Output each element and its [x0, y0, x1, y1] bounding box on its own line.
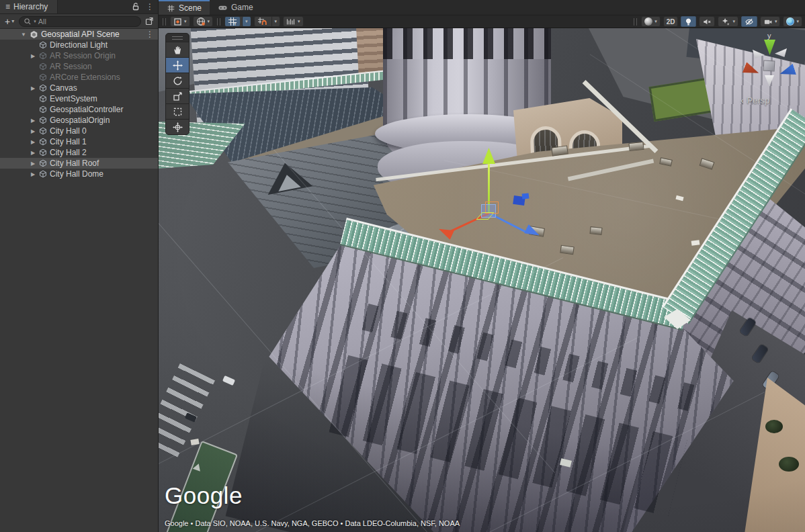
- transform-icon: [173, 122, 183, 132]
- foldout-icon[interactable]: ▶: [30, 118, 36, 124]
- foldout-icon[interactable]: ▶: [30, 150, 36, 156]
- create-object-button[interactable]: + ▾: [3, 16, 16, 27]
- search-window-icon[interactable]: [144, 17, 155, 26]
- gizmo-y-axis-cone[interactable]: [764, 40, 775, 55]
- tab-scene[interactable]: Scene: [159, 0, 210, 15]
- hierarchy-item-label: City Hall 0: [50, 126, 87, 136]
- hierarchy-panel: ≡ Hierarchy ⋮ + ▾ ▾ All ▼: [0, 0, 159, 532]
- effects-button[interactable]: ▾: [718, 16, 738, 27]
- handle-orientation-button[interactable]: ▾: [193, 16, 214, 27]
- search-placeholder: All: [38, 17, 46, 26]
- hierarchy-list: ▶Directional Light ▶AR Session Origin ▶A…: [0, 40, 158, 532]
- hierarchy-item-label: AR Session: [50, 62, 92, 71]
- gameobject-icon: [39, 148, 47, 157]
- search-input[interactable]: ▾ All: [19, 16, 141, 27]
- toolbar-drag-handle[interactable]: [634, 18, 637, 26]
- audio-toggle-button[interactable]: [699, 16, 715, 27]
- foldout-icon[interactable]: ▶: [30, 53, 36, 59]
- panel-menu-icon[interactable]: ⋮: [146, 3, 154, 11]
- camera-settings-button[interactable]: ▾: [760, 16, 781, 27]
- grid-visibility-icon: Y: [228, 17, 237, 26]
- gizmo-x-axis-cone[interactable]: [743, 62, 761, 78]
- scene-visibility-button[interactable]: [741, 16, 757, 27]
- scene-menu-icon[interactable]: ⋮: [146, 30, 154, 38]
- scene-header-row[interactable]: ▼ Geospatial API Scene ⋮: [0, 29, 158, 40]
- gameobject-icon: [39, 73, 47, 81]
- tool-settings-button[interactable]: ▾: [170, 16, 190, 27]
- foldout-icon[interactable]: ▶: [30, 161, 36, 167]
- shading-mode-button[interactable]: ▾: [641, 16, 661, 27]
- rect-tool-button[interactable]: [166, 103, 189, 119]
- view-hand-tool-button[interactable]: [166, 42, 189, 57]
- scale-tool-button[interactable]: [166, 88, 189, 103]
- gizmo-z-axis-cone[interactable]: [778, 64, 796, 79]
- hierarchy-item[interactable]: ▶GeospatialOrigin: [0, 115, 158, 126]
- hierarchy-tabbar: ≡ Hierarchy ⋮: [0, 0, 158, 14]
- hierarchy-item[interactable]: ▶City Hall 0: [0, 126, 158, 136]
- search-icon: [24, 17, 32, 26]
- gizmo-neg-axis-cone[interactable]: [775, 48, 787, 57]
- foldout-icon[interactable]: ▶: [30, 128, 36, 134]
- rotate-tool-button[interactable]: [166, 73, 189, 88]
- gizmo-neg-axis-cone[interactable]: [765, 75, 774, 87]
- hierarchy-item[interactable]: ▶City Hall Dome: [0, 169, 158, 179]
- transform-tool-button[interactable]: [166, 119, 189, 134]
- overlay-drag-handle[interactable]: [166, 34, 189, 42]
- hierarchy-item[interactable]: ▶ARCore Extensions: [0, 72, 158, 83]
- hierarchy-tab-label: Hierarchy: [13, 2, 48, 11]
- unlock-icon[interactable]: [131, 2, 140, 11]
- hierarchy-item-selected[interactable]: ▶City Hall Roof: [0, 158, 158, 169]
- gizmos-button[interactable]: ▾: [783, 16, 802, 27]
- gizmo-center-cube[interactable]: [763, 60, 775, 72]
- chevron-down-icon: ▾: [184, 19, 187, 24]
- gizmos-sphere-icon: [786, 17, 794, 26]
- hierarchy-item[interactable]: ▶Directional Light: [0, 40, 158, 50]
- grid-visibility-button[interactable]: Y ▾: [224, 16, 251, 27]
- foldout-icon[interactable]: ▶: [30, 85, 36, 91]
- google-watermark: Google: [165, 482, 243, 509]
- snap-increment-button[interactable]: ▾: [283, 16, 304, 27]
- snap-options-dropdown[interactable]: ▾: [271, 17, 280, 26]
- toolbar-drag-handle[interactable]: [217, 18, 220, 26]
- snap-toggle[interactable]: [255, 17, 269, 26]
- hierarchy-item[interactable]: ▶AR Session: [0, 61, 158, 72]
- move-tool-button[interactable]: [166, 57, 189, 73]
- hierarchy-item[interactable]: ▶GeospatialController: [0, 104, 158, 115]
- hierarchy-item[interactable]: ▶AR Session Origin: [0, 50, 158, 61]
- view-orientation-gizmo[interactable]: y ‹ Persp: [736, 34, 804, 114]
- hierarchy-item[interactable]: ▶City Hall 2: [0, 147, 158, 158]
- hierarchy-item[interactable]: ▶EventSystem: [0, 93, 158, 104]
- gameobject-icon: [39, 170, 47, 178]
- rect-tool-icon: [173, 107, 183, 117]
- svg-text:Y: Y: [234, 21, 237, 26]
- snap-settings-button[interactable]: ▾: [254, 16, 281, 27]
- grid-toggle[interactable]: Y: [225, 17, 240, 26]
- scene-tabbar: Scene Game: [159, 0, 805, 15]
- chevron-down-icon: ▾: [732, 19, 735, 24]
- tab-hierarchy[interactable]: ≡ Hierarchy: [0, 0, 58, 13]
- toolbar-drag-handle[interactable]: [163, 18, 166, 26]
- chevron-down-icon: ▾: [275, 19, 278, 24]
- tools-overlay: [165, 33, 189, 135]
- gameobject-icon: [39, 105, 47, 114]
- foldout-icon[interactable]: ▶: [30, 139, 36, 145]
- foldout-open-icon[interactable]: ▼: [20, 32, 27, 38]
- tool-settings-icon: [173, 17, 182, 26]
- 2d-toggle-button[interactable]: 2D: [663, 16, 679, 27]
- shading-mode-icon: [644, 17, 652, 26]
- tab-game[interactable]: Game: [210, 0, 261, 15]
- scene-lighting-button[interactable]: [681, 16, 696, 27]
- snap-increment-icon: [286, 17, 296, 26]
- projection-toggle[interactable]: ‹ Persp: [740, 95, 769, 105]
- hierarchy-item[interactable]: ▶City Hall 1: [0, 136, 158, 147]
- grid-options-dropdown[interactable]: ▾: [242, 17, 251, 26]
- camera-icon: [763, 17, 773, 26]
- hierarchy-list-icon: ≡: [5, 2, 10, 11]
- foldout-icon[interactable]: ▶: [30, 171, 36, 177]
- chevron-down-icon: ▾: [775, 19, 777, 24]
- gameobject-icon: [39, 127, 47, 135]
- scene-viewport[interactable]: y ‹ Persp: [159, 28, 805, 532]
- gizmo-neg-axis-cone[interactable]: [753, 50, 765, 58]
- hierarchy-item[interactable]: ▶Canvas: [0, 83, 158, 93]
- gameobject-icon: [39, 95, 47, 103]
